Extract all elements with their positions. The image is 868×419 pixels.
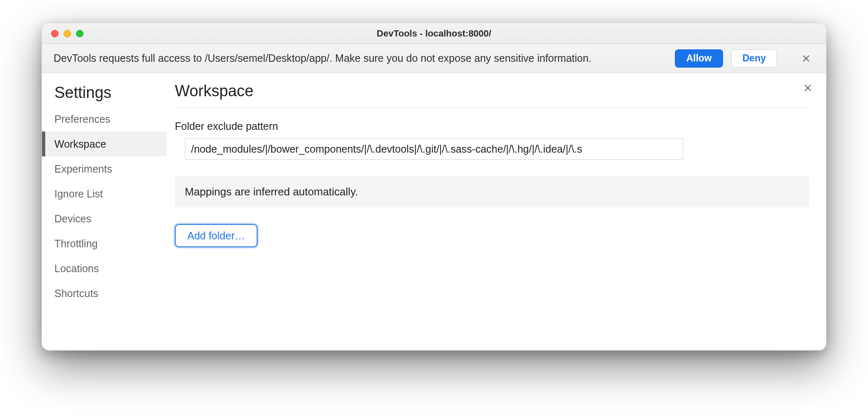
sidebar-item-devices[interactable]: Devices xyxy=(42,206,167,231)
exclude-pattern-label: Folder exclude pattern xyxy=(175,120,809,132)
settings-body: Settings Preferences Workspace Experimen… xyxy=(42,73,826,350)
sidebar-item-label: Locations xyxy=(54,263,99,275)
window-title: DevTools - localhost:8000/ xyxy=(377,28,491,39)
window-zoom-button[interactable] xyxy=(76,30,83,37)
page-title: Workspace xyxy=(175,82,809,108)
settings-sidebar: Settings Preferences Workspace Experimen… xyxy=(42,73,167,350)
deny-button[interactable]: Deny xyxy=(731,49,777,68)
sidebar-item-throttling[interactable]: Throttling xyxy=(42,231,167,256)
traffic-lights xyxy=(51,30,83,37)
titlebar: DevTools - localhost:8000/ xyxy=(42,23,826,44)
sidebar-item-workspace[interactable]: Workspace xyxy=(42,132,167,156)
sidebar-item-label: Shortcuts xyxy=(54,287,98,300)
workspace-panel: Workspace Folder exclude pattern Mapping… xyxy=(167,73,826,350)
close-icon xyxy=(803,83,812,93)
sidebar-item-experiments[interactable]: Experiments xyxy=(42,156,167,181)
permission-close-button[interactable] xyxy=(798,50,814,67)
window-minimize-button[interactable] xyxy=(64,30,71,37)
sidebar-item-label: Ignore List xyxy=(54,188,103,200)
sidebar-item-locations[interactable]: Locations xyxy=(42,256,167,281)
add-folder-button[interactable]: Add folder… xyxy=(175,224,257,247)
devtools-window: DevTools - localhost:8000/ DevTools requ… xyxy=(42,23,826,351)
permission-message: DevTools requests full access to /Users/… xyxy=(54,52,591,64)
window-close-button[interactable] xyxy=(51,30,59,37)
permission-bar: DevTools requests full access to /Users/… xyxy=(42,44,826,73)
exclude-pattern-input[interactable] xyxy=(185,138,683,160)
allow-button[interactable]: Allow xyxy=(675,49,723,68)
sidebar-item-label: Experiments xyxy=(54,163,112,175)
sidebar-item-label: Devices xyxy=(54,213,91,225)
settings-close-button[interactable] xyxy=(800,80,815,95)
sidebar-item-label: Throttling xyxy=(54,238,98,250)
settings-title: Settings xyxy=(42,81,167,107)
sidebar-item-label: Preferences xyxy=(54,113,110,125)
sidebar-item-label: Workspace xyxy=(54,138,106,150)
sidebar-item-shortcuts[interactable]: Shortcuts xyxy=(42,281,167,306)
mappings-info: Mappings are inferred automatically. xyxy=(175,176,809,207)
close-icon xyxy=(802,54,811,63)
sidebar-item-preferences[interactable]: Preferences xyxy=(42,107,167,132)
sidebar-item-ignore-list[interactable]: Ignore List xyxy=(42,181,167,206)
